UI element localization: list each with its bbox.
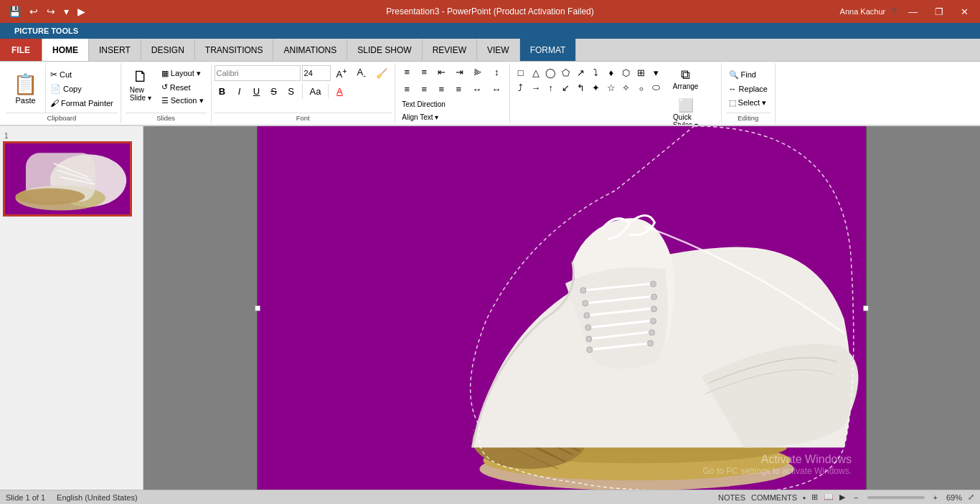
shape-ellipse[interactable]: ⬭ — [649, 80, 664, 95]
find-button[interactable]: 🔍 Find — [726, 69, 771, 81]
svg-point-30 — [651, 281, 656, 287]
rtl-button[interactable]: ↔ — [468, 82, 486, 97]
increase-indent-button[interactable]: ⇥ — [451, 65, 468, 80]
replace-button[interactable]: ↔ Replace — [726, 83, 771, 95]
handle-middle-left[interactable] — [255, 305, 260, 311]
change-case-button[interactable]: Aa — [306, 84, 326, 99]
shape-arrow-up-right[interactable]: ↗ — [574, 65, 588, 80]
save-icon[interactable]: 💾 — [6, 4, 24, 19]
shape-kite[interactable]: ⬦ — [634, 80, 649, 95]
shape-curve[interactable]: ⤴ — [514, 80, 528, 95]
font-label: Font — [215, 113, 392, 122]
slide-show-icon[interactable]: ▶ — [839, 493, 845, 502]
handle-middle-right[interactable] — [863, 305, 869, 311]
decrease-indent-button[interactable]: ⇤ — [433, 65, 450, 80]
shape-hexagon[interactable]: ⬡ — [619, 65, 633, 80]
svg-point-33 — [651, 318, 656, 323]
shape-plus[interactable]: ⊞ — [634, 65, 649, 80]
shape-triangle[interactable]: △ — [529, 65, 543, 80]
fit-to-window-button[interactable]: ⤢ — [968, 493, 974, 502]
slide-canvas[interactable]: Activate Windows Go to PC settings to ac… — [257, 126, 867, 490]
tab-design[interactable]: DESIGN — [141, 39, 195, 61]
normal-view-icon[interactable]: ▪ — [803, 493, 806, 502]
font-name-input[interactable] — [215, 65, 301, 81]
tab-view[interactable]: VIEW — [477, 39, 520, 61]
reset-button[interactable]: ↺ Reset — [159, 81, 207, 93]
shape-corner[interactable]: ↰ — [574, 80, 588, 95]
presentation-mode-icon[interactable]: ▶ — [75, 4, 88, 19]
tab-format[interactable]: FORMAT — [520, 39, 577, 61]
align-text-button[interactable]: Align Text ▾ — [399, 112, 441, 123]
slide-thumbnail-1[interactable]: 1 — [3, 132, 140, 217]
tab-home[interactable]: HOME — [42, 39, 89, 61]
undo-icon[interactable]: ↩ — [27, 4, 41, 19]
zoom-slider[interactable] — [867, 496, 925, 499]
bold-button[interactable]: B — [215, 84, 230, 99]
align-right-button[interactable]: ≡ — [433, 82, 449, 97]
font-size-input[interactable] — [302, 65, 331, 81]
user-name[interactable]: Anna Kachur — [840, 7, 886, 16]
clipboard-label: Clipboard — [6, 113, 118, 122]
select-button[interactable]: ⬚ Select ▾ — [726, 97, 771, 109]
zoom-in-button[interactable]: + — [930, 493, 941, 502]
section-button[interactable]: ☰ Section ▾ — [159, 95, 207, 107]
canvas-area[interactable]: Activate Windows Go to PC settings to ac… — [143, 126, 980, 490]
tab-slideshow[interactable]: SLIDE SHOW — [347, 39, 422, 61]
shape-up-arrow[interactable]: ↑ — [544, 80, 558, 95]
paste-button[interactable]: 📋 Paste — [10, 70, 41, 108]
tab-review[interactable]: REVIEW — [423, 39, 477, 61]
shape-star5[interactable]: ☆ — [604, 80, 618, 95]
restore-button[interactable]: ❐ — [929, 5, 949, 19]
shape-diamond[interactable]: ♦ — [604, 65, 618, 80]
quick-styles-button[interactable]: ⬜ QuickStyles ▾ — [669, 95, 703, 126]
columns-button[interactable]: ⫸ — [469, 65, 487, 80]
close-button[interactable]: ✕ — [955, 5, 974, 19]
help-icon[interactable]: ? — [891, 6, 897, 17]
shape-sparkle[interactable]: ✧ — [619, 80, 633, 95]
text-shadow-button[interactable]: S — [283, 84, 299, 99]
minimize-button[interactable]: — — [903, 5, 923, 19]
format-painter-button[interactable]: 🖌 Format Painter — [47, 97, 116, 110]
shape-curved-arrow[interactable]: ⤵ — [589, 65, 603, 80]
ltr-button[interactable]: ↔ — [487, 82, 505, 97]
comments-button[interactable]: COMMENTS — [751, 493, 797, 502]
tab-transitions[interactable]: TRANSITIONS — [195, 39, 274, 61]
slide-sorter-icon[interactable]: ⊞ — [811, 493, 818, 502]
customize-icon[interactable]: ▾ — [61, 4, 72, 19]
numbered-list-button[interactable]: ≡ — [416, 65, 432, 80]
tab-insert[interactable]: INSERT — [89, 39, 141, 61]
shape-rect[interactable]: □ — [514, 65, 528, 80]
justify-button[interactable]: ≡ — [451, 82, 466, 97]
zoom-out-button[interactable]: − — [851, 493, 861, 502]
copy-button[interactable]: 📄 Copy — [47, 82, 116, 95]
arrange-button[interactable]: ⧉ Arrange — [669, 65, 703, 93]
replace-icon: ↔ — [729, 85, 737, 93]
cut-button[interactable]: ✂ Cut — [47, 68, 116, 81]
italic-button[interactable]: I — [232, 84, 248, 99]
underline-button[interactable]: U — [249, 84, 265, 99]
new-slide-button[interactable]: 🗋 NewSlide ▾ — [126, 65, 156, 105]
bullet-list-button[interactable]: ≡ — [399, 65, 415, 80]
text-direction-button[interactable]: Text Direction — [399, 99, 448, 110]
shape-down-left[interactable]: ↙ — [559, 80, 573, 95]
shape-pentagon[interactable]: ⬠ — [559, 65, 573, 80]
layout-button[interactable]: ▦ Layout ▾ — [159, 67, 207, 80]
shape-circle[interactable]: ◯ — [544, 65, 558, 80]
increase-font-button[interactable]: A+ — [332, 65, 352, 82]
decrease-font-button[interactable]: A- — [353, 65, 370, 82]
line-spacing-button[interactable]: ↕ — [489, 65, 504, 80]
redo-icon[interactable]: ↪ — [44, 4, 58, 19]
align-center-button[interactable]: ≡ — [416, 82, 432, 97]
reading-view-icon[interactable]: 📖 — [824, 493, 834, 502]
clear-format-button[interactable]: 🧹 — [372, 66, 392, 81]
font-color-button[interactable]: A — [331, 84, 347, 99]
strikethrough-button[interactable]: S — [266, 84, 282, 99]
shape-more[interactable]: ▾ — [649, 65, 664, 80]
shape-right-arrow[interactable]: → — [529, 80, 543, 95]
notes-button[interactable]: NOTES — [718, 493, 745, 502]
tab-animations[interactable]: ANIMATIONS — [273, 39, 347, 61]
shape-star4[interactable]: ✦ — [589, 80, 603, 95]
align-left-button[interactable]: ≡ — [399, 82, 415, 97]
zoom-level[interactable]: 69% — [946, 493, 962, 502]
tab-file[interactable]: FILE — [0, 39, 42, 61]
